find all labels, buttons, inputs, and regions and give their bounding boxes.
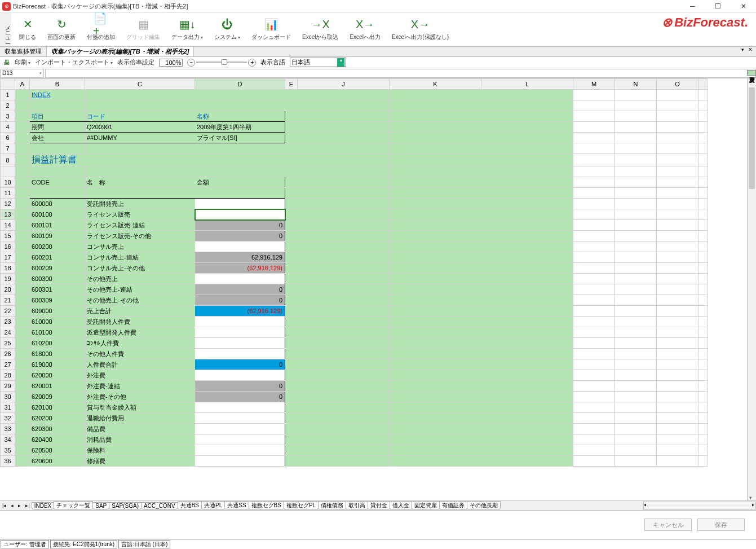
row-header[interactable]: 29 — [1, 381, 15, 392]
name-cell[interactable]: 派遣型開発人件費 — [85, 327, 195, 338]
row-header[interactable]: 1 — [1, 90, 15, 100]
name-cell[interactable]: 受託開発人件費 — [85, 317, 195, 327]
code-cell[interactable]: 600201 — [30, 252, 85, 263]
language-select[interactable]: 日本語▾ — [290, 58, 346, 67]
amount-cell[interactable] — [195, 349, 285, 359]
col-header-corner[interactable] — [698, 79, 708, 90]
name-cell[interactable]: ライセンス販売-その他 — [85, 231, 195, 241]
row-header[interactable]: 33 — [1, 424, 15, 434]
row-header[interactable]: 15 — [1, 231, 15, 241]
save-button[interactable]: 保存 — [697, 519, 745, 531]
sheet-tab[interactable]: チェック一覧 — [54, 501, 93, 510]
code-cell[interactable]: 600109 — [30, 231, 85, 241]
sheet-nav-last[interactable]: ▸| — [23, 503, 32, 508]
sheet-tab[interactable]: 共通PL — [201, 501, 225, 510]
sheet-tab[interactable]: ACC_CONV — [141, 502, 178, 510]
amount-cell[interactable]: (62,916,129) — [195, 306, 285, 317]
row-header[interactable]: 12 — [1, 199, 15, 209]
name-cell[interactable]: コンサル売上 — [85, 241, 195, 252]
row-header[interactable]: 36 — [1, 456, 15, 467]
code-cell[interactable]: 620000 — [30, 370, 85, 381]
name-cell[interactable]: 外注費-連結 — [85, 381, 195, 392]
spreadsheet-grid[interactable]: ABCDEJKLMNO 1INDEX23項目コード名称4期間Q200901200… — [0, 78, 708, 467]
name-box[interactable]: D13▾ — [0, 69, 44, 78]
amount-cell[interactable] — [195, 317, 285, 327]
code-cell[interactable]: 620001 — [30, 381, 85, 392]
amount-cell[interactable] — [195, 209, 285, 220]
sheet-tab[interactable]: INDEX — [32, 502, 55, 510]
code-cell[interactable]: 600309 — [30, 295, 85, 306]
cancel-button[interactable]: キャンセル — [644, 519, 692, 531]
code-cell[interactable]: 600200 — [30, 241, 85, 252]
row-header[interactable]: 2 — [1, 100, 15, 111]
row-header[interactable]: 32 — [1, 413, 15, 424]
row-header[interactable]: 20 — [1, 284, 15, 295]
amount-cell[interactable] — [195, 370, 285, 381]
sheet-tab[interactable]: 債権債務 — [318, 501, 346, 510]
sheet-tab[interactable]: 複数セグBS — [249, 501, 284, 510]
row-header[interactable]: 13 — [1, 209, 15, 220]
row-header[interactable]: 18 — [1, 263, 15, 274]
ribbon-Excelへ出力[interactable]: X→Excelへ出力 — [344, 15, 386, 45]
ribbon-システム[interactable]: ⏻システム — [209, 15, 246, 45]
name-cell[interactable]: その他売上-その他 — [85, 295, 195, 306]
code-cell[interactable]: 609000 — [30, 306, 85, 317]
amount-cell[interactable] — [195, 456, 285, 467]
sheet-tab[interactable]: 複数セグPL — [284, 501, 319, 510]
change-history-sidebar[interactable]: 変更履歴 — [747, 70, 756, 76]
zoom-in-icon[interactable]: + — [248, 59, 256, 67]
code-cell[interactable]: 600301 — [30, 284, 85, 295]
amount-cell[interactable] — [195, 274, 285, 284]
print-icon[interactable]: 🖶 — [3, 59, 10, 67]
amount-cell[interactable]: 0 — [195, 295, 285, 306]
name-cell[interactable]: 修繕費 — [85, 456, 195, 467]
col-header-M[interactable]: M — [573, 79, 615, 90]
row-header[interactable]: 4 — [1, 122, 15, 133]
ribbon-Excelから取込[interactable]: →XExcelから取込 — [297, 15, 344, 45]
row-header[interactable]: 27 — [1, 359, 15, 370]
row-header[interactable]: 35 — [1, 445, 15, 456]
code-cell[interactable]: 600209 — [30, 263, 85, 274]
formula-input[interactable] — [45, 69, 756, 78]
amount-cell[interactable] — [195, 327, 285, 338]
code-cell[interactable]: 600000 — [30, 199, 85, 209]
col-header-B[interactable]: B — [30, 79, 85, 90]
amount-cell[interactable]: 0 — [195, 231, 285, 241]
name-cell[interactable]: ライセンス販売 — [85, 209, 195, 220]
name-cell[interactable]: 消耗品費 — [85, 434, 195, 445]
amount-cell[interactable] — [195, 434, 285, 445]
column-header-row[interactable]: ABCDEJKLMNO — [1, 79, 708, 90]
code-cell[interactable]: 620600 — [30, 456, 85, 467]
sheet-tab[interactable]: SAP — [92, 502, 109, 510]
row-header[interactable]: 14 — [1, 220, 15, 231]
display-rate-label[interactable]: 表示倍率設定 — [117, 58, 154, 67]
row-header[interactable]: 10 — [1, 177, 15, 188]
amount-cell[interactable]: 0 — [195, 359, 285, 370]
sheet-tab[interactable]: 借入金 — [390, 501, 412, 510]
row-header[interactable]: 16 — [1, 241, 15, 252]
code-cell[interactable]: 620400 — [30, 434, 85, 445]
ribbon-閉じる[interactable]: ✕閉じる — [14, 15, 42, 45]
col-header-N[interactable]: N — [615, 79, 657, 90]
col-header-O[interactable]: O — [657, 79, 698, 90]
doc-tab[interactable]: 収集パッケージの表示(編集)[TB・増減・相手先2] — [47, 47, 194, 56]
row-header[interactable]: 21 — [1, 295, 15, 306]
ribbon-付箋の追加[interactable]: 📄+付箋の追加 — [81, 15, 121, 45]
code-cell[interactable]: 610000 — [30, 317, 85, 327]
name-cell[interactable]: コンサル売上-連結 — [85, 252, 195, 263]
name-cell[interactable]: 売上合計 — [85, 306, 195, 317]
name-cell[interactable]: その他売上 — [85, 274, 195, 284]
col-header-K[interactable]: K — [390, 79, 481, 90]
name-cell[interactable]: コンサル売上-その他 — [85, 263, 195, 274]
row-header[interactable]: 26 — [1, 349, 15, 359]
row-header[interactable]: 6 — [1, 133, 15, 143]
zoom-slider[interactable]: − + — [187, 59, 256, 67]
code-cell[interactable]: 620100 — [30, 402, 85, 413]
row-header[interactable]: 34 — [1, 434, 15, 445]
name-cell[interactable]: 退職給付費用 — [85, 413, 195, 424]
code-cell[interactable]: 620200 — [30, 413, 85, 424]
amount-cell[interactable] — [195, 445, 285, 456]
col-header-E[interactable]: E — [285, 79, 298, 90]
import-export-menu[interactable]: インポート・エクスポート — [35, 58, 113, 67]
ribbon-画面の更新[interactable]: ↻画面の更新 — [42, 15, 81, 45]
